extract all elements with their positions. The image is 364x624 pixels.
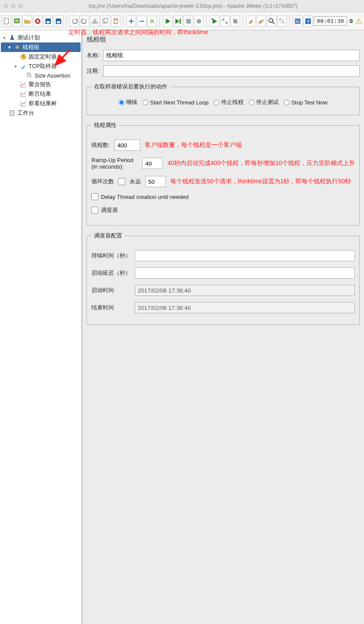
- zoom-window-icon[interactable]: [18, 3, 23, 8]
- clear-icon[interactable]: [246, 16, 256, 27]
- tree-label: Size Assertion: [35, 72, 70, 79]
- collapse-icon[interactable]: [137, 16, 146, 27]
- svg-rect-5: [47, 21, 50, 23]
- radio-stop-thread[interactable]: 停止线程: [214, 98, 244, 106]
- function-helper-icon[interactable]: fx: [293, 16, 302, 27]
- scheduler-label: 调度器: [101, 206, 118, 214]
- svg-point-21: [269, 18, 273, 22]
- annotation-arrow-icon: [53, 48, 75, 69]
- redo-icon[interactable]: [80, 16, 89, 27]
- comment-label: 注释:: [87, 67, 100, 75]
- tree-label: 聚合报告: [29, 81, 51, 88]
- svg-rect-0: [4, 18, 9, 24]
- remote-start-icon[interactable]: [210, 16, 219, 27]
- save-icon[interactable]: [43, 16, 53, 27]
- radio-abort-test[interactable]: 停止测试: [249, 98, 279, 106]
- panel-title: 线程组: [87, 36, 360, 44]
- svg-point-30: [27, 73, 30, 76]
- close-window-icon[interactable]: [3, 3, 8, 8]
- svg-rect-11: [104, 18, 108, 22]
- remote-shutdown-icon[interactable]: [231, 16, 240, 27]
- open-icon[interactable]: [23, 16, 32, 27]
- tree-assertion-results[interactable]: 断言结果: [1, 89, 81, 99]
- minimize-window-icon[interactable]: [11, 3, 16, 8]
- startup-delay-input[interactable]: [135, 267, 355, 279]
- window-traffic-lights: [3, 3, 23, 8]
- tree-label: 线程组: [23, 43, 39, 51]
- name-input[interactable]: [103, 50, 360, 61]
- scheduler-checkbox[interactable]: [91, 207, 98, 214]
- loop-count-input[interactable]: [145, 176, 166, 187]
- save-as-icon[interactable]: [54, 16, 63, 27]
- svg-point-8: [92, 21, 94, 23]
- clipboard-icon: [9, 110, 16, 117]
- rampup-input[interactable]: [142, 158, 163, 169]
- tree-label: 断言结果: [29, 90, 51, 98]
- flask-icon: [9, 34, 16, 41]
- search-icon[interactable]: [267, 16, 276, 27]
- svg-rect-31: [10, 110, 14, 116]
- scheduler-config-legend: 调度器配置: [91, 232, 125, 240]
- loop-label: 循环次数: [91, 178, 114, 185]
- close-icon[interactable]: [33, 16, 42, 27]
- annotation-timer: 定时器，线程两次请求之间间隔的时间，即thinktime: [68, 29, 208, 36]
- svg-rect-7: [57, 21, 60, 23]
- svg-point-18: [222, 18, 224, 20]
- tree-label: 察看结果树: [29, 100, 57, 107]
- name-label: 名称:: [87, 52, 100, 59]
- templates-icon[interactable]: [12, 16, 22, 27]
- gears-icon: [14, 44, 21, 51]
- loop-forever-checkbox[interactable]: [118, 178, 125, 185]
- tree-label: 测试计划: [17, 34, 40, 42]
- cut-icon[interactable]: [90, 16, 100, 27]
- expand-icon[interactable]: [127, 16, 136, 27]
- startup-delay-label: 启动延迟（秒）: [91, 269, 130, 277]
- start-time-input[interactable]: [135, 285, 355, 296]
- scheduler-config-fieldset: 调度器配置 持续时间（秒） 启动延迟（秒） 启动时间 结束时间: [87, 232, 360, 325]
- duration-input[interactable]: [135, 250, 355, 261]
- chart-icon: [20, 100, 27, 107]
- thread-group-panel: 线程组 名称: 注释: 在取样器错误后要执行的动作 继续 Start Next …: [82, 30, 364, 624]
- start-icon[interactable]: [163, 16, 172, 27]
- annotation-rampup: 40秒内启动完成400个线程，即每秒增加10个线程，压力呈阶梯式上升: [167, 159, 355, 167]
- copy-icon[interactable]: [101, 16, 110, 27]
- stop-icon[interactable]: [184, 16, 193, 27]
- radio-next-loop[interactable]: Start Next Thread Loop: [143, 99, 208, 106]
- svg-text:?: ?: [307, 18, 310, 24]
- delay-thread-checkbox[interactable]: [91, 193, 98, 200]
- error-count: 0: [350, 18, 353, 24]
- warning-icon[interactable]: ⚠: [355, 16, 362, 26]
- chart-icon: [20, 91, 27, 98]
- radio-stop-now[interactable]: Stop Test Now: [284, 99, 328, 106]
- clock-icon: [20, 53, 27, 60]
- svg-rect-2: [15, 19, 19, 22]
- tree-label: 工作台: [17, 109, 34, 117]
- tree-size-assertion[interactable]: Size Assertion: [1, 71, 81, 80]
- window-titlebar: tcp.jmx (/Users/ma/Downloads/apache-jmet…: [0, 0, 364, 12]
- loop-forever-label: 永远: [130, 178, 141, 185]
- tree-view-results-tree[interactable]: 察看结果树: [1, 99, 81, 108]
- start-time-label: 启动时间: [91, 286, 130, 294]
- on-error-legend: 在取样器错误后要执行的动作: [91, 83, 170, 91]
- svg-rect-13: [115, 20, 117, 23]
- threads-input[interactable]: [114, 140, 140, 151]
- clear-all-icon[interactable]: [257, 16, 266, 27]
- magnifier-icon: [26, 72, 33, 79]
- start-no-pause-icon[interactable]: [173, 16, 183, 27]
- tree-workbench[interactable]: 工作台: [1, 108, 81, 118]
- paste-icon[interactable]: [111, 16, 120, 27]
- elapsed-time: 00:01:30: [314, 16, 347, 26]
- shutdown-icon[interactable]: [194, 16, 204, 27]
- tree-aggregate-report[interactable]: 聚合报告: [1, 80, 81, 89]
- toggle-icon[interactable]: [147, 16, 157, 27]
- undo-icon[interactable]: [69, 16, 79, 27]
- new-icon[interactable]: [2, 16, 11, 27]
- svg-point-9: [95, 21, 98, 23]
- reset-search-icon[interactable]: [277, 16, 287, 27]
- end-time-input[interactable]: [135, 302, 355, 313]
- duration-label: 持续时间（秒）: [91, 252, 130, 260]
- radio-continue[interactable]: 继续: [119, 98, 137, 106]
- comment-input[interactable]: [103, 65, 360, 77]
- help-icon[interactable]: ?: [303, 16, 313, 27]
- remote-stop-icon[interactable]: [220, 16, 230, 27]
